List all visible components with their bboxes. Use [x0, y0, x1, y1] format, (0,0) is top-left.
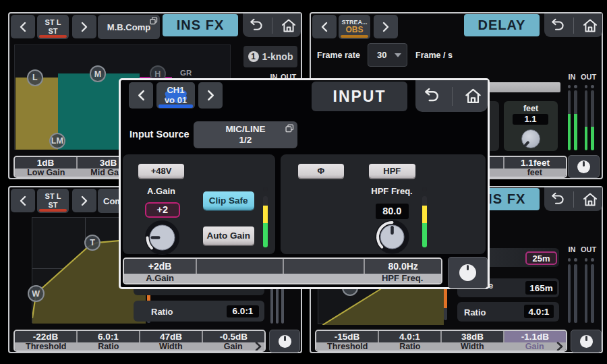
channel-select-button[interactable]: ST L ST — [37, 15, 69, 39]
prev-channel-button[interactable] — [11, 15, 35, 38]
band-low-handle[interactable]: L — [27, 69, 44, 86]
phase-button[interactable]: Φ — [298, 164, 345, 178]
fx-name: M.B.Comp — [107, 22, 150, 32]
touch-knob-icon — [580, 335, 593, 348]
ratio-label: Ratio — [151, 307, 173, 317]
width-handle[interactable]: W — [28, 285, 45, 302]
touch-knob-box[interactable] — [571, 330, 602, 353]
undo-icon[interactable] — [548, 18, 566, 33]
next-channel-button[interactable] — [374, 15, 398, 38]
channel-select-button[interactable]: ST L ST — [37, 189, 69, 213]
chevron-right-icon — [206, 90, 215, 101]
footer-label: Low Gain — [15, 169, 78, 177]
touch-knob-icon — [279, 335, 291, 348]
feet-knob[interactable] — [521, 129, 540, 148]
input-source-button[interactable]: MIC/LINE 1/2 — [194, 121, 297, 149]
page-title: INS FX — [163, 14, 238, 36]
expand-chevron-icon[interactable] — [255, 342, 262, 351]
frame-rate-unit: Frame / s — [415, 51, 453, 60]
hpf-knob[interactable] — [374, 219, 410, 255]
prev-channel-button[interactable] — [312, 15, 337, 38]
in-meter — [568, 264, 571, 323]
frame-rate-label: Frame rate — [317, 51, 360, 60]
footer-value-cell[interactable]: -22dB — [15, 331, 76, 342]
clip-indicator — [574, 258, 577, 262]
clip-indicator — [568, 258, 571, 262]
knob-pointer — [524, 140, 530, 147]
footer-value-cell[interactable]: 38dB — [440, 331, 503, 342]
again-meter — [263, 196, 268, 247]
next-channel-button[interactable] — [72, 189, 96, 212]
dropdown-caret-icon — [395, 53, 401, 57]
phantom-48v-button[interactable]: +48V — [138, 164, 184, 178]
footer-label — [283, 274, 364, 283]
frame-rate-dropdown[interactable]: 30 — [368, 43, 407, 67]
channel-color-bar — [39, 209, 67, 212]
popup-next-channel-button[interactable] — [198, 82, 223, 109]
again-knob[interactable] — [144, 220, 180, 255]
footer-label: Threshold — [15, 342, 78, 351]
channel-select-button[interactable]: STREA... OBS — [339, 15, 370, 39]
hpf-freq-value[interactable]: 80.0 — [376, 204, 409, 219]
band-lowmid-handle[interactable]: LM — [49, 133, 66, 150]
footer-value-cell[interactable]: -0.5dB — [202, 331, 264, 342]
touch-knob-box[interactable] — [568, 155, 600, 178]
footer-value-cell-highlighted[interactable]: -1.1dB — [503, 331, 566, 342]
ratio-value[interactable]: 6.0:1 — [227, 305, 259, 317]
touch-knob-box[interactable] — [269, 330, 300, 353]
clip-safe-button[interactable]: Clip Safe — [203, 191, 255, 210]
gr-meter-label: GR — [180, 69, 192, 77]
undo-icon[interactable] — [548, 192, 566, 207]
channel-color-bar — [341, 35, 368, 38]
channel-sub: OBS — [345, 26, 363, 35]
band-mid-handle[interactable]: M — [90, 65, 107, 82]
feet-value[interactable]: 1.1 — [513, 114, 548, 125]
footer-label: Ratio — [379, 342, 442, 351]
undo-icon[interactable] — [247, 18, 264, 33]
footer-value-cell[interactable]: 6.0:1 — [76, 331, 139, 342]
home-icon[interactable] — [464, 88, 482, 104]
frame-rate-value: 30 — [377, 50, 386, 60]
header-nav-box — [243, 13, 301, 37]
hpf-button[interactable]: HPF — [369, 164, 415, 178]
fx-select-button[interactable]: M.B.Comp — [98, 15, 160, 39]
release-value[interactable]: 165m — [525, 281, 557, 295]
footer-value-cell[interactable]: 1dB — [15, 157, 76, 169]
footer-value-cell[interactable] — [196, 259, 283, 274]
home-icon[interactable] — [582, 192, 598, 207]
footer-value-cell[interactable]: -15dB — [316, 331, 378, 342]
footer-value-cell[interactable] — [283, 259, 364, 274]
in-meter — [574, 264, 577, 323]
footer-value-cell[interactable]: +2dB — [124, 259, 196, 274]
parameter-footer: -22dB 6.0:1 47dB -0.5dB Threshold Ratio … — [13, 330, 266, 352]
attack-value[interactable]: 25m — [525, 251, 557, 265]
copy-icon — [150, 17, 158, 25]
popup-prev-channel-button[interactable] — [129, 82, 153, 109]
prev-channel-button[interactable] — [11, 189, 35, 212]
again-value[interactable]: +2 — [145, 202, 181, 218]
nav-divider — [573, 191, 574, 208]
out-meter — [585, 90, 588, 150]
undo-icon[interactable] — [421, 88, 441, 104]
again-label: A.Gain — [138, 186, 185, 196]
channel-sub: ST — [48, 27, 57, 36]
one-knob-button[interactable]: 1 1-knob — [243, 46, 297, 67]
copy-icon — [285, 124, 294, 133]
popup-channel-button[interactable]: CH1 vo 01 — [156, 82, 195, 109]
expand-chevron-icon[interactable] — [556, 342, 563, 351]
footer-value-cell[interactable]: 4.0:1 — [378, 331, 440, 342]
footer-value-cell[interactable]: 47dB — [139, 331, 202, 342]
one-knob-icon: 1 — [248, 51, 259, 62]
ratio-value[interactable]: 4.0:1 — [524, 305, 554, 318]
auto-gain-button[interactable]: Auto Gain — [203, 226, 255, 245]
footer-label: feet — [504, 169, 567, 177]
footer-value-cell[interactable]: 80.0Hz — [364, 259, 441, 274]
popup-touch-knob-box[interactable] — [448, 257, 488, 289]
footer-value-cell[interactable]: 1.1feet — [503, 157, 566, 169]
clip-indicator — [263, 187, 268, 192]
ratio-row: Ratio 6.0:1 — [134, 301, 264, 322]
home-icon[interactable] — [281, 18, 297, 33]
next-channel-button[interactable] — [72, 15, 96, 38]
home-icon[interactable] — [582, 18, 598, 33]
nav-divider — [452, 87, 453, 106]
